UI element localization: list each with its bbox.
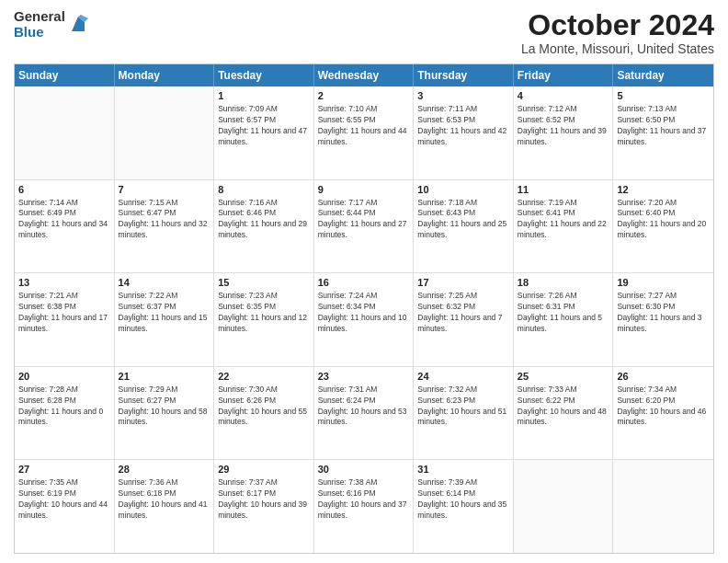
cal-cell-day-12: 12Sunrise: 7:20 AM Sunset: 6:40 PM Dayli… bbox=[613, 180, 713, 273]
calendar-header-row: Sunday Monday Tuesday Wednesday Thursday… bbox=[15, 64, 713, 86]
cell-sun-info: Sunrise: 7:22 AM Sunset: 6:37 PM Dayligh… bbox=[119, 291, 210, 335]
cal-cell-day-28: 28Sunrise: 7:36 AM Sunset: 6:18 PM Dayli… bbox=[115, 460, 215, 553]
cal-cell-day-20: 20Sunrise: 7:28 AM Sunset: 6:28 PM Dayli… bbox=[15, 367, 115, 460]
cell-sun-info: Sunrise: 7:32 AM Sunset: 6:23 PM Dayligh… bbox=[417, 385, 509, 429]
cell-sun-info: Sunrise: 7:33 AM Sunset: 6:22 PM Dayligh… bbox=[518, 385, 609, 429]
cal-cell-day-27: 27Sunrise: 7:35 AM Sunset: 6:19 PM Dayli… bbox=[15, 460, 115, 553]
cal-cell-day-19: 19Sunrise: 7:27 AM Sunset: 6:30 PM Dayli… bbox=[613, 273, 713, 366]
cal-cell-empty-w0c0 bbox=[15, 86, 115, 179]
cal-cell-day-8: 8Sunrise: 7:16 AM Sunset: 6:46 PM Daylig… bbox=[214, 180, 314, 273]
calendar-week-3: 13Sunrise: 7:21 AM Sunset: 6:38 PM Dayli… bbox=[15, 273, 713, 367]
day-number: 1 bbox=[218, 89, 310, 103]
day-number: 26 bbox=[617, 370, 710, 384]
logo-text: General Blue bbox=[14, 9, 65, 40]
page-header: General Blue October 2024 La Monte, Miss… bbox=[14, 9, 714, 56]
header-monday: Monday bbox=[115, 64, 215, 86]
header-saturday: Saturday bbox=[613, 64, 713, 86]
cal-cell-day-1: 1Sunrise: 7:09 AM Sunset: 6:57 PM Daylig… bbox=[214, 86, 314, 179]
cell-sun-info: Sunrise: 7:27 AM Sunset: 6:30 PM Dayligh… bbox=[617, 291, 710, 335]
day-number: 30 bbox=[318, 463, 410, 477]
day-number: 11 bbox=[518, 183, 609, 197]
day-number: 19 bbox=[617, 276, 710, 290]
day-number: 20 bbox=[18, 370, 110, 384]
cal-cell-day-6: 6Sunrise: 7:14 AM Sunset: 6:49 PM Daylig… bbox=[15, 180, 115, 273]
cal-cell-day-25: 25Sunrise: 7:33 AM Sunset: 6:22 PM Dayli… bbox=[514, 367, 614, 460]
calendar-week-1: 1Sunrise: 7:09 AM Sunset: 6:57 PM Daylig… bbox=[15, 86, 713, 180]
day-number: 29 bbox=[218, 463, 310, 477]
day-number: 6 bbox=[18, 183, 110, 197]
calendar: Sunday Monday Tuesday Wednesday Thursday… bbox=[14, 63, 714, 554]
logo-icon bbox=[68, 15, 88, 35]
cell-sun-info: Sunrise: 7:29 AM Sunset: 6:27 PM Dayligh… bbox=[119, 385, 210, 429]
cell-sun-info: Sunrise: 7:30 AM Sunset: 6:26 PM Dayligh… bbox=[218, 385, 310, 429]
cell-sun-info: Sunrise: 7:36 AM Sunset: 6:18 PM Dayligh… bbox=[119, 477, 210, 522]
cell-sun-info: Sunrise: 7:14 AM Sunset: 6:49 PM Dayligh… bbox=[18, 198, 110, 242]
cell-sun-info: Sunrise: 7:13 AM Sunset: 6:50 PM Dayligh… bbox=[617, 104, 710, 148]
day-number: 22 bbox=[218, 370, 310, 384]
header-wednesday: Wednesday bbox=[314, 64, 415, 86]
cal-cell-day-29: 29Sunrise: 7:37 AM Sunset: 6:17 PM Dayli… bbox=[214, 460, 314, 553]
cell-sun-info: Sunrise: 7:25 AM Sunset: 6:32 PM Dayligh… bbox=[417, 291, 509, 335]
day-number: 28 bbox=[119, 463, 210, 477]
cal-cell-day-23: 23Sunrise: 7:31 AM Sunset: 6:24 PM Dayli… bbox=[314, 367, 415, 460]
title-location: La Monte, Missouri, United States bbox=[521, 41, 714, 56]
day-number: 2 bbox=[318, 89, 410, 103]
day-number: 3 bbox=[417, 89, 509, 103]
cell-sun-info: Sunrise: 7:12 AM Sunset: 6:52 PM Dayligh… bbox=[518, 104, 609, 148]
cal-cell-day-14: 14Sunrise: 7:22 AM Sunset: 6:37 PM Dayli… bbox=[115, 273, 215, 366]
cal-cell-empty-w0c1 bbox=[115, 86, 215, 179]
header-friday: Friday bbox=[514, 64, 614, 86]
cell-sun-info: Sunrise: 7:26 AM Sunset: 6:31 PM Dayligh… bbox=[518, 291, 609, 335]
day-number: 31 bbox=[417, 463, 509, 477]
day-number: 4 bbox=[518, 89, 609, 103]
calendar-week-4: 20Sunrise: 7:28 AM Sunset: 6:28 PM Dayli… bbox=[15, 367, 713, 461]
cal-cell-day-4: 4Sunrise: 7:12 AM Sunset: 6:52 PM Daylig… bbox=[514, 86, 614, 179]
cell-sun-info: Sunrise: 7:19 AM Sunset: 6:41 PM Dayligh… bbox=[518, 198, 609, 242]
cal-cell-day-15: 15Sunrise: 7:23 AM Sunset: 6:35 PM Dayli… bbox=[214, 273, 314, 366]
cal-cell-day-24: 24Sunrise: 7:32 AM Sunset: 6:23 PM Dayli… bbox=[414, 367, 514, 460]
title-month: October 2024 bbox=[521, 9, 714, 41]
cell-sun-info: Sunrise: 7:34 AM Sunset: 6:20 PM Dayligh… bbox=[617, 385, 710, 429]
title-block: October 2024 La Monte, Missouri, United … bbox=[521, 9, 714, 56]
cell-sun-info: Sunrise: 7:10 AM Sunset: 6:55 PM Dayligh… bbox=[318, 104, 410, 148]
day-number: 8 bbox=[218, 183, 310, 197]
day-number: 24 bbox=[417, 370, 509, 384]
cal-cell-day-9: 9Sunrise: 7:17 AM Sunset: 6:44 PM Daylig… bbox=[314, 180, 415, 273]
cell-sun-info: Sunrise: 7:17 AM Sunset: 6:44 PM Dayligh… bbox=[318, 198, 410, 242]
header-thursday: Thursday bbox=[414, 64, 514, 86]
logo: General Blue bbox=[14, 9, 88, 40]
cal-cell-day-2: 2Sunrise: 7:10 AM Sunset: 6:55 PM Daylig… bbox=[314, 86, 415, 179]
page: General Blue October 2024 La Monte, Miss… bbox=[0, 0, 728, 563]
cell-sun-info: Sunrise: 7:24 AM Sunset: 6:34 PM Dayligh… bbox=[318, 291, 410, 335]
cell-sun-info: Sunrise: 7:15 AM Sunset: 6:47 PM Dayligh… bbox=[119, 198, 210, 242]
day-number: 12 bbox=[617, 183, 710, 197]
day-number: 13 bbox=[18, 276, 110, 290]
cal-cell-day-11: 11Sunrise: 7:19 AM Sunset: 6:41 PM Dayli… bbox=[514, 180, 614, 273]
day-number: 16 bbox=[318, 276, 410, 290]
day-number: 27 bbox=[18, 463, 110, 477]
cal-cell-day-21: 21Sunrise: 7:29 AM Sunset: 6:27 PM Dayli… bbox=[115, 367, 215, 460]
cell-sun-info: Sunrise: 7:18 AM Sunset: 6:43 PM Dayligh… bbox=[417, 198, 509, 242]
day-number: 9 bbox=[318, 183, 410, 197]
cell-sun-info: Sunrise: 7:16 AM Sunset: 6:46 PM Dayligh… bbox=[218, 198, 310, 242]
cal-cell-day-7: 7Sunrise: 7:15 AM Sunset: 6:47 PM Daylig… bbox=[115, 180, 215, 273]
cal-cell-day-30: 30Sunrise: 7:38 AM Sunset: 6:16 PM Dayli… bbox=[314, 460, 415, 553]
day-number: 15 bbox=[218, 276, 310, 290]
cell-sun-info: Sunrise: 7:11 AM Sunset: 6:53 PM Dayligh… bbox=[417, 104, 509, 148]
logo-blue: Blue bbox=[14, 25, 65, 40]
cal-cell-day-5: 5Sunrise: 7:13 AM Sunset: 6:50 PM Daylig… bbox=[613, 86, 713, 179]
cal-cell-day-22: 22Sunrise: 7:30 AM Sunset: 6:26 PM Dayli… bbox=[214, 367, 314, 460]
cal-cell-day-13: 13Sunrise: 7:21 AM Sunset: 6:38 PM Dayli… bbox=[15, 273, 115, 366]
cell-sun-info: Sunrise: 7:39 AM Sunset: 6:14 PM Dayligh… bbox=[417, 477, 509, 522]
logo-general: General bbox=[14, 9, 65, 25]
cell-sun-info: Sunrise: 7:20 AM Sunset: 6:40 PM Dayligh… bbox=[617, 198, 710, 242]
cal-cell-day-17: 17Sunrise: 7:25 AM Sunset: 6:32 PM Dayli… bbox=[414, 273, 514, 366]
day-number: 7 bbox=[119, 183, 210, 197]
cal-cell-day-10: 10Sunrise: 7:18 AM Sunset: 6:43 PM Dayli… bbox=[414, 180, 514, 273]
calendar-week-2: 6Sunrise: 7:14 AM Sunset: 6:49 PM Daylig… bbox=[15, 180, 713, 274]
day-number: 14 bbox=[119, 276, 210, 290]
cell-sun-info: Sunrise: 7:38 AM Sunset: 6:16 PM Dayligh… bbox=[318, 477, 410, 522]
cell-sun-info: Sunrise: 7:35 AM Sunset: 6:19 PM Dayligh… bbox=[18, 477, 110, 522]
header-tuesday: Tuesday bbox=[214, 64, 314, 86]
cal-cell-day-3: 3Sunrise: 7:11 AM Sunset: 6:53 PM Daylig… bbox=[414, 86, 514, 179]
